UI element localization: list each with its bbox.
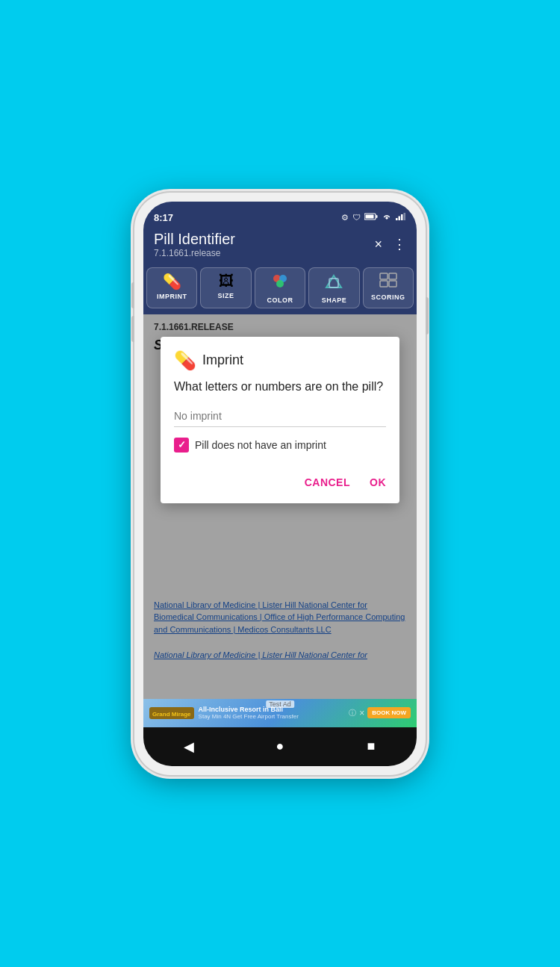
wifi-icon bbox=[382, 213, 392, 222]
app-header-actions: × ⋮ bbox=[374, 236, 406, 252]
ad-test-label: Test Ad bbox=[266, 700, 294, 708]
ad-close-icon[interactable]: × bbox=[359, 708, 364, 718]
resort-name-badge: Grand Mirage bbox=[149, 707, 194, 719]
dialog-overlay: 💊 Imprint What letters or numbers are on… bbox=[143, 314, 417, 699]
home-nav-button[interactable]: ● bbox=[265, 732, 295, 762]
close-icon[interactable]: × bbox=[374, 237, 382, 252]
tab-size-label: SIZE bbox=[218, 292, 234, 299]
ad-text-block: All-Inclusive Resort in Bali Stay Min 4N… bbox=[199, 706, 299, 720]
tab-scoring[interactable]: SCORING bbox=[363, 267, 414, 308]
checkbox-row: ✓ Pill does not have an imprint bbox=[174, 438, 386, 453]
app-title: Pill Identifier bbox=[154, 231, 235, 248]
dialog-pill-icon: 💊 bbox=[174, 350, 196, 371]
svg-rect-16 bbox=[389, 281, 396, 287]
imprint-input[interactable] bbox=[174, 405, 386, 427]
recent-nav-button[interactable]: ■ bbox=[356, 732, 386, 762]
screen: 8:17 ⚙ 🛡 bbox=[143, 202, 417, 766]
ad-resort-block: Grand Mirage All-Inclusive Resort in Bal… bbox=[149, 706, 299, 720]
tab-imprint[interactable]: 💊 IMPRINT bbox=[146, 267, 197, 308]
volume-down-button[interactable] bbox=[131, 316, 134, 342]
app-header: Pill Identifier 7.1.1661.release × ⋮ bbox=[143, 226, 417, 264]
back-nav-button[interactable]: ◀ bbox=[174, 732, 204, 762]
tab-bar: 💊 IMPRINT 🖼 SIZE COLOR bbox=[143, 264, 417, 314]
scoring-icon bbox=[379, 273, 397, 291]
svg-rect-4 bbox=[396, 218, 398, 220]
svg-rect-13 bbox=[380, 273, 388, 279]
svg-rect-7 bbox=[404, 213, 406, 220]
app-subtitle: 7.1.1661.release bbox=[154, 248, 235, 258]
tab-shape-label: SHAPE bbox=[322, 296, 347, 304]
battery-icon bbox=[364, 213, 378, 222]
checkbox-label: Pill does not have an imprint bbox=[195, 439, 326, 451]
tab-color-label: COLOR bbox=[267, 296, 293, 304]
dialog-actions: CANCEL OK bbox=[161, 464, 399, 503]
svg-rect-2 bbox=[366, 215, 374, 219]
signal-icon bbox=[396, 213, 406, 222]
power-button[interactable] bbox=[426, 297, 429, 335]
ad-sub-text: Stay Min 4N Get Free Airport Transfer bbox=[199, 713, 299, 720]
checkmark-icon: ✓ bbox=[178, 439, 186, 450]
tab-color[interactable]: COLOR bbox=[255, 267, 305, 308]
svg-rect-14 bbox=[389, 273, 396, 279]
status-time: 8:17 bbox=[154, 212, 173, 223]
no-imprint-checkbox[interactable]: ✓ bbox=[174, 438, 189, 453]
tab-shape[interactable]: SHAPE bbox=[308, 267, 359, 308]
dialog-header: 💊 Imprint bbox=[161, 337, 399, 379]
svg-rect-15 bbox=[380, 281, 388, 287]
svg-marker-3 bbox=[385, 217, 388, 220]
size-icon: 🖼 bbox=[219, 273, 234, 290]
ad-actions: ⓘ × BOOK NOW bbox=[349, 707, 411, 718]
menu-icon[interactable]: ⋮ bbox=[393, 236, 406, 252]
dialog-body: What letters or numbers are on the pill?… bbox=[161, 379, 399, 464]
main-content: 7.1.1661.RELEASE SEARCH BY IMPRINT, SIZE… bbox=[143, 314, 417, 699]
ad-banner[interactable]: Test Ad Grand Mirage All-Inclusive Resor… bbox=[143, 699, 417, 727]
ok-button[interactable]: OK bbox=[364, 472, 392, 493]
ad-info-icon[interactable]: ⓘ bbox=[349, 708, 356, 718]
phone-frame: 8:17 ⚙ 🛡 bbox=[134, 193, 426, 775]
shield-status-icon: 🛡 bbox=[352, 213, 361, 222]
tab-imprint-label: IMPRINT bbox=[157, 293, 187, 300]
cancel-button[interactable]: CANCEL bbox=[299, 472, 356, 493]
volume-up-button[interactable] bbox=[131, 282, 134, 308]
book-now-button[interactable]: BOOK NOW bbox=[367, 707, 411, 718]
dialog-title: Imprint bbox=[202, 352, 243, 368]
resort-name: Grand Mirage bbox=[152, 711, 191, 718]
nav-bar: ◀ ● ■ bbox=[143, 727, 417, 766]
settings-status-icon: ⚙ bbox=[341, 213, 349, 223]
tab-size[interactable]: 🖼 SIZE bbox=[200, 267, 251, 308]
shape-icon bbox=[325, 273, 343, 294]
svg-point-10 bbox=[276, 280, 284, 287]
svg-rect-6 bbox=[401, 214, 403, 220]
status-bar: 8:17 ⚙ 🛡 bbox=[143, 202, 417, 226]
svg-rect-1 bbox=[376, 215, 378, 218]
imprint-dialog: 💊 Imprint What letters or numbers are on… bbox=[161, 337, 399, 503]
color-icon bbox=[271, 273, 289, 294]
tab-scoring-label: SCORING bbox=[371, 293, 405, 301]
status-icons: ⚙ 🛡 bbox=[341, 213, 406, 223]
app-title-block: Pill Identifier 7.1.1661.release bbox=[154, 231, 235, 258]
svg-rect-5 bbox=[399, 217, 401, 221]
imprint-icon: 💊 bbox=[163, 273, 181, 290]
dialog-question: What letters or numbers are on the pill? bbox=[174, 379, 386, 395]
